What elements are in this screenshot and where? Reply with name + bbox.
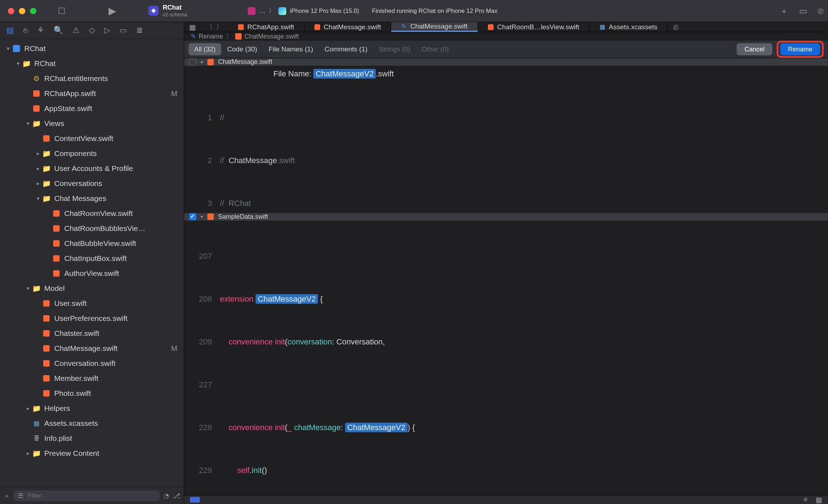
scheme-ellipsis[interactable]: … <box>259 7 265 15</box>
tree-item[interactable]: ▸📁Helpers <box>0 401 184 416</box>
tree-item-label: RChatApp.swift <box>44 89 171 98</box>
forward-button[interactable]: 〉 <box>216 22 223 32</box>
tree-item-label: AppState.swift <box>44 104 184 113</box>
tree-item[interactable]: Conversation.swift <box>0 356 184 371</box>
tree-item[interactable]: ▸📁Components <box>0 146 184 161</box>
reports-tab[interactable]: ≣ <box>136 26 143 35</box>
branch-name: v2-schema <box>163 12 187 18</box>
tree-item[interactable]: ▸📁User Accounts & Profile <box>0 161 184 176</box>
library-icon[interactable]: ▭ <box>799 6 807 16</box>
tests-tab[interactable]: ◇ <box>89 26 95 35</box>
tree-item[interactable]: ▾📁RChat <box>0 56 184 71</box>
related-items-icon[interactable]: ▦ <box>189 23 196 31</box>
filter-strings: Strings (0) <box>373 43 416 55</box>
folder-icon: 📁 <box>32 449 41 458</box>
result-file-header-2[interactable]: ▾ SampleData.swift <box>184 213 828 221</box>
tree-item[interactable]: ▾📁Chat Messages <box>0 191 184 206</box>
filter-all[interactable]: All (32) <box>188 43 221 55</box>
tree-item[interactable]: ▦Assets.xcassets <box>0 416 184 431</box>
tree-item[interactable]: Chatster.swift <box>0 326 184 341</box>
editor-tab[interactable]: ▦Assets.xcassets <box>590 22 668 32</box>
issues-tab[interactable]: ⚠ <box>72 26 80 35</box>
add-editor-tab[interactable]: ⎚ <box>668 22 683 32</box>
tree-item[interactable]: ChatBubbleView.swift <box>0 236 184 251</box>
code-block-2: 207 208extension ChatMessageV2 { 209 con… <box>184 221 828 495</box>
tree-item[interactable]: ChatInputBox.swift <box>0 251 184 266</box>
find-tab[interactable]: 🔍 <box>54 26 63 35</box>
device-name[interactable]: iPhone 12 Pro Max (15.0) <box>290 7 359 15</box>
source-control-tab[interactable]: ⎋ <box>23 26 28 35</box>
project-icon <box>12 44 21 53</box>
editor-tab[interactable]: RChatApp.swift <box>228 22 304 32</box>
minimize-window-icon[interactable] <box>19 8 25 14</box>
tree-item[interactable]: ChatRoomView.swift <box>0 206 184 221</box>
recent-icon[interactable]: ◔ <box>163 492 169 500</box>
tree-item[interactable]: ▾RChat <box>0 41 184 56</box>
symbols-tab[interactable]: ⚘ <box>37 26 44 35</box>
tree-item[interactable]: ▾📁Views <box>0 116 184 131</box>
swift-file-icon <box>52 209 61 218</box>
close-window-icon[interactable] <box>8 8 14 14</box>
minimap-icon[interactable]: ▦ <box>816 495 822 504</box>
add-button[interactable]: ＋ <box>780 5 788 17</box>
tree-item[interactable]: Member.swift <box>0 371 184 386</box>
tree-item[interactable]: ▸📁Conversations <box>0 176 184 191</box>
project-icon[interactable]: ❖ <box>148 6 158 16</box>
tree-item[interactable]: ≣Info.plist <box>0 431 184 446</box>
tree-item[interactable]: Photo.swift <box>0 386 184 401</box>
line-ending-icon[interactable]: ≡ <box>803 495 808 504</box>
editor-tab[interactable]: ChatRoomB…lesView.swift <box>478 22 590 32</box>
device-icon[interactable] <box>278 7 286 15</box>
tree-item[interactable]: ⚙RChat.entitlements <box>0 71 184 86</box>
result-file-header-1[interactable]: ▾ ChatMessage.swift <box>184 58 828 66</box>
tree-item[interactable]: ChatRoomBubblesVie… <box>0 221 184 236</box>
breakpoints-tab[interactable]: ▭ <box>120 26 127 35</box>
zoom-window-icon[interactable] <box>30 8 36 14</box>
filter-comments[interactable]: Comments (1) <box>319 43 373 55</box>
assets-icon: ▦ <box>32 419 41 428</box>
filter-code[interactable]: Code (30) <box>221 43 263 55</box>
scm-icon[interactable]: ⎇ <box>173 492 180 500</box>
filter-other: Other (0) <box>416 43 454 55</box>
disclosure-icon[interactable]: ▾ <box>201 214 203 220</box>
tree-item-label: Member.swift <box>54 374 184 383</box>
tree-item-label: Views <box>44 119 184 128</box>
swift-file-icon <box>42 359 51 368</box>
filter-input[interactable] <box>27 492 156 500</box>
disclosure-icon[interactable]: ▾ <box>201 59 203 65</box>
editor-tab[interactable]: ChatMessage.swift <box>304 22 392 32</box>
editor-tab[interactable]: ✎ChatMessage.swift <box>391 22 478 32</box>
filter-box[interactable]: ☰ <box>14 490 160 501</box>
toggle-navigator-icon[interactable]: ☐ <box>58 6 66 16</box>
breadcrumb[interactable]: ✎ Rename 〉 ChatMessage.swift <box>184 32 828 41</box>
file-checkbox[interactable] <box>189 59 196 66</box>
cancel-button[interactable]: Cancel <box>737 43 772 55</box>
tree-item[interactable]: UserPreferences.swift <box>0 311 184 326</box>
file-tree: ▾RChat▾📁RChat⚙RChat.entitlementsRChatApp… <box>0 39 184 487</box>
debug-tab[interactable]: ▷ <box>104 26 110 35</box>
filename-suffix: .swift <box>376 69 394 78</box>
scheme-app-icon[interactable] <box>248 7 256 15</box>
status-chip[interactable] <box>190 497 200 503</box>
run-button[interactable]: ▶ <box>108 5 116 17</box>
tree-item[interactable]: AuthorView.swift <box>0 266 184 281</box>
swift-file-icon <box>42 299 51 308</box>
filter-filenames[interactable]: File Names (1) <box>263 43 319 55</box>
folder-icon: 📁 <box>32 404 41 413</box>
back-button[interactable]: 〈 <box>206 22 213 32</box>
rename-button[interactable]: Rename <box>780 43 820 55</box>
tree-item[interactable]: ▸📁Preview Content <box>0 446 184 461</box>
tree-item[interactable]: AppState.swift <box>0 101 184 116</box>
tree-item[interactable]: User.swift <box>0 296 184 311</box>
tree-item[interactable]: RChatApp.swiftM <box>0 86 184 101</box>
tree-item[interactable]: ContentView.swift <box>0 131 184 146</box>
file-checkbox[interactable] <box>189 213 196 220</box>
tree-item[interactable]: ChatMessage.swiftM <box>0 341 184 356</box>
tree-item[interactable]: ▾📁Model <box>0 281 184 296</box>
filename-token[interactable]: ChatMessageV2 <box>313 69 376 79</box>
tree-item-label: Model <box>44 284 184 293</box>
project-navigator-tab[interactable]: ▤ <box>6 26 14 35</box>
add-file-icon[interactable]: ＋ <box>4 492 10 500</box>
statusbar: ≡ ▦ <box>184 495 828 504</box>
toggle-inspector-icon[interactable]: ⎚ <box>818 6 823 16</box>
